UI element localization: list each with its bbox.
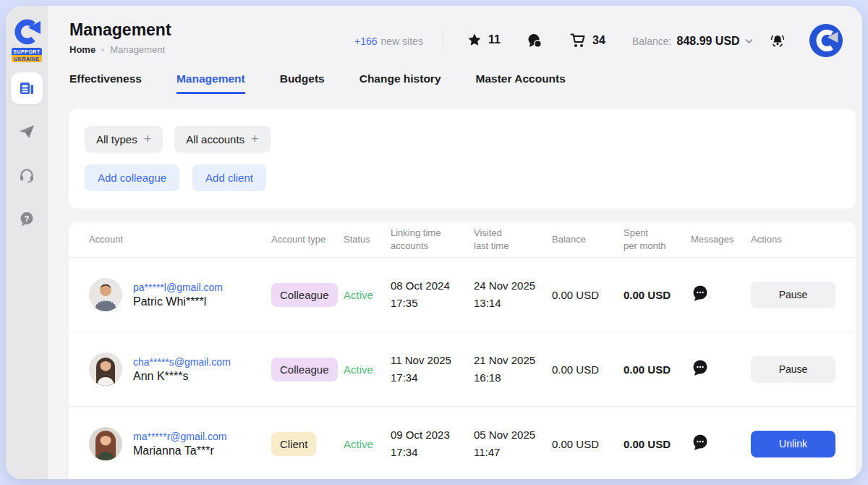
filters-panel: All types + All accounts + Add colleague… xyxy=(69,109,856,208)
tab-bar: Effectiveness Management Budgets Change … xyxy=(48,72,862,98)
page-header: Management Home Management +166 new site… xyxy=(48,6,862,72)
sidebar: SUPPORT UKRAINE xyxy=(6,6,48,479)
message-button[interactable] xyxy=(691,433,710,452)
tab-management[interactable]: Management xyxy=(176,72,245,94)
table-row: pa*****l@gmail.com Patric Whi****l Colle… xyxy=(69,258,856,332)
star-icon xyxy=(467,33,482,47)
balance-cell: 0.00 USD xyxy=(552,363,624,376)
spent-cell: 0.00 USD xyxy=(624,363,691,376)
sidebar-item-help[interactable]: ? xyxy=(11,203,43,235)
table-header-row: Account Account type Status Linking time… xyxy=(69,222,856,258)
chevron-down-icon xyxy=(745,38,753,44)
sidebar-item-telegram[interactable] xyxy=(11,116,43,148)
message-button[interactable] xyxy=(691,358,710,377)
avatar xyxy=(89,278,122,311)
sidebar-item-support[interactable] xyxy=(11,159,43,191)
app-window: SUPPORT UKRAINE xyxy=(6,6,862,479)
bell-ring-icon xyxy=(770,33,786,48)
col-status: Status xyxy=(344,233,391,246)
balance-label: Balance: xyxy=(632,35,671,47)
linking-time-cell: 09 Oct 2023 17:34 xyxy=(391,426,474,461)
app-logo[interactable]: SUPPORT UKRAINE xyxy=(12,17,42,62)
spent-cell: 0.00 USD xyxy=(624,289,691,301)
avatar xyxy=(89,353,122,386)
col-linking-time: Linking time accounts xyxy=(391,227,474,252)
favorites-button[interactable]: 11 xyxy=(467,33,501,47)
brand-c-arrow-icon xyxy=(12,17,41,46)
account-email[interactable]: cha*****s@gmail.com xyxy=(133,356,231,368)
cart-button[interactable]: 34 xyxy=(570,33,605,48)
visited-time-cell: 05 Nov 2025 11:47 xyxy=(474,426,552,461)
account-email[interactable]: ma*****r@gmail.com xyxy=(133,431,226,442)
telegram-icon xyxy=(18,123,35,140)
chat-icon xyxy=(527,33,542,48)
balance-dropdown[interactable]: Balance: 848.99 USD xyxy=(632,35,753,48)
table-row: ma*****r@gmail.com Marianna Ta***r Clien… xyxy=(69,407,856,479)
new-sites-link[interactable]: +166 new sites xyxy=(354,35,423,47)
add-colleague-button[interactable]: Add colleague xyxy=(85,164,179,191)
chats-button[interactable] xyxy=(527,33,542,48)
avatar-brand-icon xyxy=(809,23,843,58)
all-types-filter[interactable]: All types + xyxy=(85,126,163,153)
main-area: Management Home Management +166 new site… xyxy=(48,6,862,479)
sidebar-item-news[interactable] xyxy=(11,72,43,104)
tab-master-accounts[interactable]: Master Accounts xyxy=(476,72,566,92)
title-block: Management Home Management xyxy=(69,20,171,55)
user-avatar[interactable] xyxy=(809,23,843,58)
breadcrumb: Home Management xyxy=(69,44,171,55)
spent-cell: 0.00 USD xyxy=(624,438,691,450)
tab-change-history[interactable]: Change history xyxy=(359,72,441,92)
news-icon xyxy=(18,80,35,97)
account-type-badge: Colleague xyxy=(271,283,338,307)
account-name: Ann K****s xyxy=(133,370,231,383)
help-icon: ? xyxy=(18,210,35,227)
linking-time-cell: 11 Nov 2025 17:34 xyxy=(391,352,474,387)
account-name: Marianna Ta***r xyxy=(133,444,226,457)
col-account: Account xyxy=(89,233,271,246)
account-cell: pa*****l@gmail.com Patric Whi****l xyxy=(89,278,271,311)
all-types-label: All types xyxy=(96,133,137,146)
account-type-badge: Colleague xyxy=(271,358,338,381)
account-name: Patric Whi****l xyxy=(133,295,223,308)
tab-effectiveness[interactable]: Effectiveness xyxy=(69,72,142,92)
unlink-button[interactable]: Unlink xyxy=(751,431,835,457)
status-text: Active xyxy=(344,363,391,376)
headphones-icon xyxy=(18,166,35,184)
new-sites-label: new sites xyxy=(381,35,423,47)
page-title: Management xyxy=(69,20,171,40)
favorites-count: 11 xyxy=(488,33,501,46)
add-client-button[interactable]: Add client xyxy=(192,164,266,191)
linking-time-cell: 08 Oct 2024 17:35 xyxy=(391,277,474,312)
person-photo-icon xyxy=(89,353,122,386)
balance-cell: 0.00 USD xyxy=(552,289,624,301)
col-balance: Balance xyxy=(552,233,624,246)
add-buttons: Add colleague Add client xyxy=(85,164,840,191)
account-cell: cha*****s@gmail.com Ann K****s xyxy=(89,353,271,386)
message-button[interactable] xyxy=(691,284,710,303)
notifications-button[interactable] xyxy=(770,33,786,48)
col-messages: Messages xyxy=(691,233,751,246)
pause-button[interactable]: Pause xyxy=(751,282,835,308)
status-text: Active xyxy=(344,289,391,301)
col-spent: Spent per month xyxy=(624,227,691,252)
person-photo-icon xyxy=(89,427,122,460)
breadcrumb-current: Management xyxy=(110,44,165,55)
account-type-badge: Client xyxy=(271,432,316,456)
tab-budgets[interactable]: Budgets xyxy=(280,72,325,92)
col-visited: Visited last time xyxy=(474,227,552,252)
pause-button[interactable]: Pause xyxy=(751,356,835,383)
support-label: SUPPORT xyxy=(12,48,42,55)
col-actions: Actions xyxy=(751,233,835,246)
plus-icon: + xyxy=(251,132,259,147)
breadcrumb-home-link[interactable]: Home xyxy=(69,44,95,55)
account-email[interactable]: pa*****l@gmail.com xyxy=(133,282,223,293)
plus-icon: + xyxy=(144,132,152,147)
ukraine-label: UKRAINE xyxy=(12,55,42,62)
account-cell: ma*****r@gmail.com Marianna Ta***r xyxy=(89,427,271,460)
avatar xyxy=(89,427,122,460)
support-ukraine-badge: SUPPORT UKRAINE xyxy=(12,48,42,62)
all-accounts-filter[interactable]: All accounts + xyxy=(174,126,270,153)
table-row: cha*****s@gmail.com Ann K****s Colleague… xyxy=(69,332,856,407)
svg-text:?: ? xyxy=(24,214,29,223)
all-accounts-label: All accounts xyxy=(186,133,244,146)
